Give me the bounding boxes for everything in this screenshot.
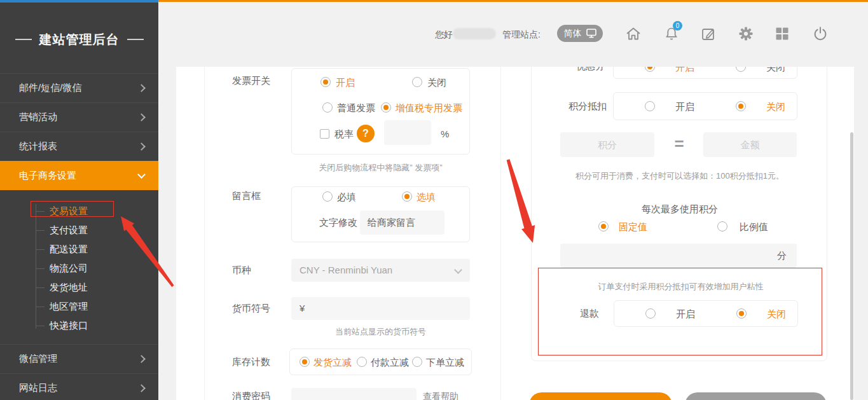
invoice-vat-label[interactable]: 增值税专用发票 (396, 102, 462, 114)
invoice-off-radio[interactable] (412, 77, 422, 87)
sidebar-item-label: 网站日志 (19, 382, 139, 394)
stock-pay-label[interactable]: 付款立减 (371, 357, 409, 368)
invoice-options-box: 开启 关闭 普通发票 增值税专用发票 税率 ? % (291, 68, 470, 155)
invoice-on-radio[interactable] (320, 77, 331, 87)
refund-off-radio[interactable] (736, 308, 747, 319)
points-deduct-box: 开启 关闭 (613, 92, 797, 120)
home-icon[interactable] (625, 25, 642, 42)
submenu-item-region-management[interactable]: 地区管理 (36, 297, 156, 316)
chevron-right-icon (137, 113, 146, 121)
fixed-value-radio[interactable] (598, 221, 609, 231)
bell-icon[interactable]: 0 (663, 25, 680, 42)
stock-ship-radio[interactable] (300, 357, 310, 367)
currency-label: 币种 (232, 265, 251, 275)
app-logo: 建站管理后台 (0, 28, 158, 51)
invoice-vat-radio[interactable] (381, 102, 391, 113)
currency-symbol-input[interactable]: ¥ (291, 297, 470, 320)
amount-value-box[interactable]: 金额 (703, 132, 797, 157)
managed-site-label: 管理站点: (502, 29, 541, 41)
ratio-value-radio[interactable] (717, 221, 727, 231)
sidebar-item-mail-sms-wechat[interactable]: 邮件/短信/微信 (0, 73, 158, 102)
sidebar-item-statistics[interactable]: 统计报表 (0, 132, 158, 161)
stock-order-label[interactable]: 下单立减 (426, 357, 464, 368)
submenu-label: 配送设置 (50, 244, 88, 254)
max-points-input[interactable]: 分 (560, 244, 797, 268)
sidebar-item-label: 邮件/短信/微信 (19, 82, 139, 94)
ratio-value-label[interactable]: 比例值 (740, 221, 768, 233)
max-points-title: 每次最多使用积分 (532, 203, 828, 216)
message-text-input[interactable]: 给商家留言 (360, 210, 444, 235)
sidebar-item-label: 微信管理 (19, 353, 139, 365)
message-optional-label[interactable]: 选填 (417, 191, 436, 203)
chevron-right-icon (137, 384, 146, 392)
submenu-label: 支付设置 (50, 224, 88, 235)
gear-icon[interactable] (738, 25, 754, 42)
refund-on-radio[interactable] (645, 308, 656, 319)
sidebar-item-ecommerce-settings[interactable]: 电子商务设置 (0, 161, 158, 190)
bonus-on-radio[interactable] (645, 67, 655, 72)
submenu-label: 地区管理 (50, 301, 88, 312)
language-site-pill[interactable]: 简体 (557, 25, 603, 42)
invoice-normal-radio[interactable] (322, 102, 333, 113)
cancel-button[interactable] (685, 392, 827, 400)
sticky-hint: 订单支付时采用积分抵扣可有效增加用户粘性 (539, 281, 823, 293)
submenu-item-delivery-settings[interactable]: 配送设置 (36, 240, 156, 259)
apps-grid-icon[interactable] (774, 25, 790, 42)
tax-rate-input[interactable] (384, 120, 431, 145)
invoice-on-label[interactable]: 开启 (336, 77, 355, 88)
username-redacted (453, 28, 496, 39)
vertical-scrollbar[interactable] (850, 132, 853, 400)
top-strip-orange (158, 0, 868, 2)
equals-sign: = (672, 132, 687, 157)
sidebar-item-marketing[interactable]: 营销活动 (0, 102, 158, 132)
refund-on-label[interactable]: 开启 (676, 308, 695, 320)
submenu-item-payment-settings[interactable]: 支付设置 (36, 221, 156, 240)
points-deduct-label: 积分抵扣 (568, 101, 607, 111)
points-on-radio[interactable] (645, 101, 655, 111)
submenu-label: 物流公司 (50, 263, 88, 273)
invoice-normal-label[interactable]: 普通发票 (337, 102, 375, 114)
sidebar-item-site-logs[interactable]: 网站日志 (0, 373, 158, 400)
submenu-item-logistics-company[interactable]: 物流公司 (36, 259, 156, 278)
notification-badge: 0 (673, 21, 682, 31)
points-on-label[interactable]: 开启 (675, 101, 694, 113)
invoice-off-label[interactable]: 关闭 (427, 77, 446, 88)
stock-order-radio[interactable] (412, 357, 422, 367)
edit-icon[interactable] (700, 25, 717, 42)
help-question-icon[interactable]: ? (357, 125, 375, 142)
sidebar-item-label: 统计报表 (19, 141, 139, 153)
refund-off-label[interactable]: 关闭 (767, 308, 786, 320)
stock-ship-label[interactable]: 发货立减 (313, 357, 352, 368)
monitor-icon (586, 29, 596, 38)
message-required-label[interactable]: 必填 (337, 191, 356, 203)
invoice-switch-label: 发票开关 (232, 76, 270, 86)
consume-password-input[interactable] (291, 388, 417, 400)
percent-sign: % (441, 128, 449, 140)
sidebar-item-wechat-management[interactable]: 微信管理 (0, 344, 158, 373)
points-usage-hint: 积分可用于消费，支付时可以选择如：100积分抵扣1元。 (532, 170, 828, 182)
view-help-link[interactable]: 查看帮助 (423, 391, 458, 400)
save-button[interactable] (529, 392, 672, 400)
greeting-text: 您好 (435, 29, 453, 41)
submenu-item-shipping-address[interactable]: 发货地址 (36, 278, 156, 297)
bonus-off-label[interactable]: 关闭 (766, 67, 785, 73)
submenu-item-express-interface[interactable]: 快递接口 (36, 316, 156, 335)
message-required-radio[interactable] (322, 191, 333, 202)
message-optional-radio[interactable] (402, 191, 412, 202)
chevron-down-icon (454, 266, 462, 274)
points-off-label[interactable]: 关闭 (766, 101, 785, 113)
fixed-value-label[interactable]: 固定值 (619, 221, 647, 233)
bonus-points-box: 开启 关闭 (613, 67, 797, 79)
stock-pay-radio[interactable] (357, 357, 367, 367)
points-value-box[interactable]: 积分 (560, 132, 654, 157)
annotation-highlight-box-trade-settings (31, 201, 114, 217)
stock-options-box: 发货立减 付款立减 下单立减 (289, 348, 472, 375)
currency-select[interactable]: CNY - Renminbi Yuan (291, 259, 470, 282)
power-icon[interactable] (812, 25, 829, 42)
bonus-off-radio[interactable] (736, 67, 746, 72)
bonus-on-label[interactable]: 开启 (675, 67, 694, 73)
invoice-hint: 关闭后购物流程中将隐藏” 发票项” (291, 162, 470, 174)
sidebar-item-label: 营销活动 (19, 111, 139, 123)
tax-rate-checkbox[interactable] (320, 129, 329, 139)
points-off-radio[interactable] (736, 101, 746, 111)
